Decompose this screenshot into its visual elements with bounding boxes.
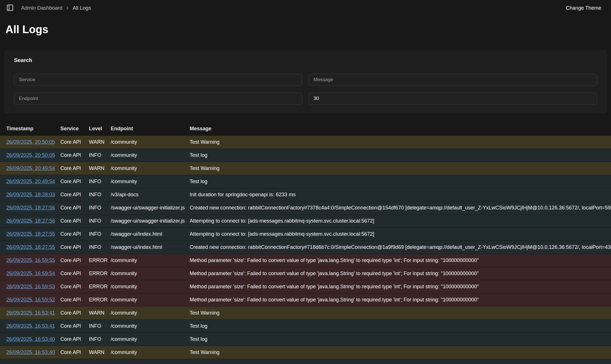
timestamp-cell: 26/09/2025, 20:49:54	[0, 179, 60, 185]
endpoint-input[interactable]	[14, 93, 302, 105]
service-cell: Core API	[60, 323, 89, 329]
breadcrumb-admin-dashboard[interactable]: Admin Dashboard	[21, 5, 62, 11]
level-cell: WARN	[89, 139, 111, 145]
endpoint-cell: /community	[111, 165, 190, 171]
service-cell: Core API	[60, 139, 89, 145]
service-cell: Core API	[60, 205, 89, 211]
table-row: 26/09/2025, 20:49:54Core APIINFO/communi…	[0, 175, 611, 188]
panel-left-icon	[6, 4, 14, 12]
timestamp-link[interactable]: 26/09/2025, 16:59:55	[6, 257, 55, 263]
level-cell: WARN	[89, 310, 111, 316]
service-cell: Core API	[60, 218, 89, 224]
timestamp-link[interactable]: 26/09/2025, 20:49:54	[6, 165, 55, 171]
service-cell: Core API	[60, 284, 89, 290]
table-row: 26/09/2025, 20:50:05Core APIWARN/communi…	[0, 136, 611, 149]
timestamp-cell: 26/09/2025, 16:53:41	[0, 323, 60, 329]
search-heading: Search	[14, 57, 597, 63]
table-row: 26/09/2025, 18:28:03Core APIINFO/v3/api-…	[0, 188, 611, 201]
timestamp-link[interactable]: 26/09/2025, 16:53:40	[6, 336, 55, 342]
endpoint-cell: /swagger-ui/swagger-initializer.js	[111, 218, 190, 224]
endpoint-cell: /community	[111, 323, 190, 329]
service-cell: Core API	[60, 349, 89, 355]
timestamp-link[interactable]: 26/09/2025, 18:27:56	[6, 218, 55, 224]
message-cell: Init duration for springdoc-openapi is: …	[190, 192, 611, 198]
chevron-right-icon	[65, 6, 70, 10]
timestamp-cell: 26/09/2025, 18:28:03	[0, 192, 60, 198]
timestamp-link[interactable]: 26/09/2025, 18:28:03	[6, 192, 55, 197]
service-cell: Core API	[60, 192, 89, 198]
column-header-timestamp: Timestamp	[0, 126, 60, 132]
endpoint-cell: /community	[111, 257, 190, 263]
table-row: 26/09/2025, 16:59:54Core APIERROR/commun…	[0, 267, 611, 280]
limit-input[interactable]	[309, 93, 597, 105]
timestamp-link[interactable]: 26/09/2025, 16:59:54	[6, 271, 55, 276]
table-row: 26/09/2025, 16:59:55Core APIERROR/commun…	[0, 254, 611, 267]
message-cell: Test log	[190, 152, 611, 158]
endpoint-cell: /community	[111, 336, 190, 342]
endpoint-cell: /community	[111, 179, 190, 185]
timestamp-cell: 26/09/2025, 16:53:40	[0, 349, 60, 355]
endpoint-cell: /community	[111, 271, 190, 277]
service-cell: Core API	[60, 179, 89, 185]
change-theme-button[interactable]: Change Theme	[563, 3, 604, 13]
table-row: 26/09/2025, 20:50:05Core APIINFO/communi…	[0, 149, 611, 162]
timestamp-link[interactable]: 26/09/2025, 20:50:05	[6, 152, 55, 158]
message-input[interactable]	[309, 74, 597, 86]
endpoint-cell: /community	[111, 284, 190, 290]
timestamp-link[interactable]: 26/09/2025, 16:59:52	[6, 297, 55, 303]
table-row: 26/09/2025, 18:27:55Core APIINFO/swagger…	[0, 228, 611, 241]
endpoint-cell: /swagger-ui/index.html	[111, 244, 190, 250]
level-cell: INFO	[89, 244, 111, 250]
service-cell: Core API	[60, 257, 89, 263]
timestamp-cell: 26/09/2025, 16:53:40	[0, 336, 60, 342]
message-cell: Method parameter 'size': Failed to conve…	[190, 284, 611, 290]
level-cell: INFO	[89, 218, 111, 224]
service-cell: Core API	[60, 310, 89, 316]
timestamp-link[interactable]: 26/09/2025, 18:27:55	[6, 231, 55, 237]
level-cell: INFO	[89, 179, 111, 185]
timestamp-link[interactable]: 26/09/2025, 18:27:56	[6, 205, 55, 211]
level-cell: INFO	[89, 192, 111, 198]
level-cell: INFO	[89, 231, 111, 237]
timestamp-link[interactable]: 26/09/2025, 18:27:55	[6, 244, 55, 250]
level-cell: WARN	[89, 349, 111, 355]
sidebar-toggle-button[interactable]	[5, 3, 15, 13]
service-input[interactable]	[14, 74, 302, 86]
timestamp-cell: 26/09/2025, 16:59:53	[0, 284, 60, 290]
timestamp-link[interactable]: 26/09/2025, 16:53:41	[6, 323, 55, 329]
timestamp-cell: 26/09/2025, 16:59:52	[0, 297, 60, 303]
log-table-body: 26/09/2025, 20:50:05Core APIWARN/communi…	[0, 136, 611, 364]
timestamp-link[interactable]: 26/09/2025, 20:49:54	[6, 179, 55, 184]
message-cell: Test Warning	[190, 139, 611, 145]
timestamp-cell: 26/09/2025, 18:27:55	[0, 244, 60, 250]
table-row: 26/09/2025, 16:53:41Core APIINFO/communi…	[0, 320, 611, 333]
table-header-row: Timestamp Service Level Endpoint Message	[0, 122, 611, 136]
timestamp-cell: 26/09/2025, 20:50:05	[0, 152, 60, 158]
top-bar: Admin Dashboard All Logs Change Theme	[0, 0, 611, 16]
timestamp-link[interactable]: 26/09/2025, 20:50:05	[6, 139, 55, 145]
level-cell: ERROR	[89, 297, 111, 303]
service-cell: Core API	[60, 297, 89, 303]
table-row: 26/09/2025, 18:27:55Core APIINFO/swagger…	[0, 241, 611, 254]
level-cell: ERROR	[89, 271, 111, 277]
table-row: 26/09/2025, 18:27:56Core APIINFO/swagger…	[0, 201, 611, 215]
breadcrumb-current: All Logs	[73, 5, 91, 11]
timestamp-link[interactable]: 26/09/2025, 16:53:40	[6, 349, 55, 355]
message-cell: Test Warning	[190, 349, 611, 355]
endpoint-cell: /community	[111, 297, 190, 303]
search-card: Search	[4, 50, 607, 113]
table-row: 26/09/2025, 18:27:56Core APIINFO/swagger…	[0, 215, 611, 228]
log-table: Timestamp Service Level Endpoint Message…	[0, 122, 611, 364]
message-cell: Test Warning	[190, 310, 611, 316]
table-row: 26/09/2025, 16:53:40Core APIWARN/communi…	[0, 346, 611, 359]
message-cell: Created new connection: rabbitConnection…	[190, 244, 611, 250]
table-row: 26/09/2025, 16:53:40Core APIINFO/communi…	[0, 333, 611, 346]
timestamp-cell: 26/09/2025, 16:59:54	[0, 271, 60, 277]
timestamp-link[interactable]: 26/09/2025, 16:53:41	[6, 310, 55, 316]
message-cell: Attempting to connect to: [ads-messages.…	[190, 218, 611, 224]
message-cell: Test log	[190, 179, 611, 185]
table-row: 26/09/2025, 20:49:54Core APIWARN/communi…	[0, 162, 611, 175]
message-cell: Created new connection: rabbitConnection…	[190, 205, 611, 211]
level-cell: INFO	[89, 336, 111, 342]
timestamp-link[interactable]: 26/09/2025, 16:59:53	[6, 284, 55, 289]
